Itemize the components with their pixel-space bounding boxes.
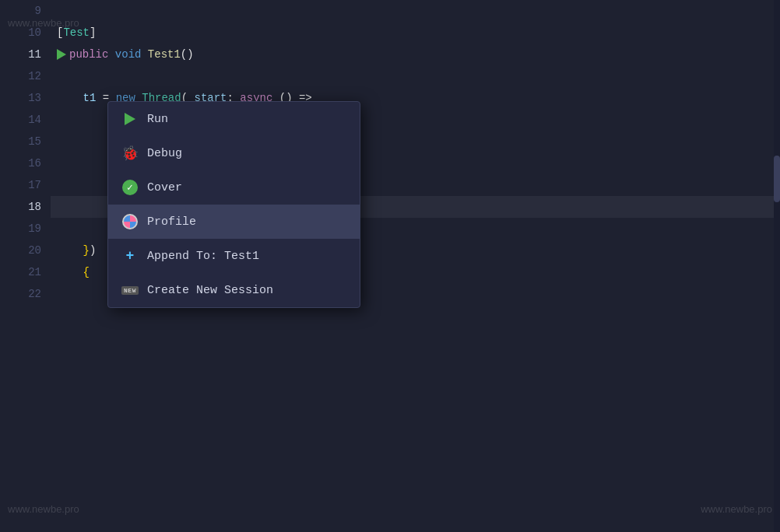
keyword-void: void [115,48,142,61]
method-test1: Test1 [148,48,181,61]
debug-bug-icon: 🐞 [121,145,139,162]
menu-item-append[interactable]: + Append To: Test1 [108,239,360,273]
cover-label: Cover [147,181,182,194]
menu-item-profile[interactable]: Profile [108,205,360,239]
profile-label: Profile [147,215,196,229]
line-16: 16 [28,152,41,174]
line-numbers: 9 10 11 12 13 14 15 16 17 18 19 20 21 22 [0,0,51,532]
newsession-icon: NEW [122,282,138,298]
keyword-public: public [69,48,108,61]
menu-item-newsession[interactable]: NEW Create New Session [108,273,360,307]
line-12: 12 [28,65,41,87]
append-icon: + [122,248,138,264]
line-11: 11 [28,44,41,65]
new-badge-icon: NEW [121,286,139,295]
scrollbar-thumb[interactable] [774,156,780,202]
menu-item-cover[interactable]: ✓ Cover [108,170,360,205]
debug-icon: 🐞 [122,145,138,161]
bracket-close: ] [90,26,96,39]
cover-check: ✓ [122,180,138,195]
scrollbar[interactable] [774,0,780,532]
line-9: 9 [35,0,41,22]
line-10: 10 [28,22,41,44]
run-icon [122,111,138,127]
line-18: 18 [28,196,41,218]
line-15: 15 [28,131,41,152]
menu-item-run[interactable]: Run [108,102,360,136]
plus-icon: + [126,249,135,263]
newsession-label: Create New Session [147,284,273,297]
line-20: 20 [28,240,41,261]
bracket-open: [ [57,26,63,39]
profile-icon [122,214,138,229]
line-17: 17 [28,174,41,196]
line-22: 22 [28,283,41,305]
append-label: Append To: Test1 [147,250,259,263]
context-menu: Run 🐞 Debug ✓ Cover Profile + Append To:… [107,101,360,308]
code-line-11: public void Test1() [51,44,780,65]
code-line-9 [51,0,780,22]
run-gutter-icon[interactable] [57,49,66,60]
code-line-12 [51,65,780,87]
cover-icon: ✓ [122,180,138,195]
code-line-10: [Test] [51,22,780,44]
debug-label: Debug [147,147,182,160]
attr-name: Test [63,26,90,39]
menu-item-debug[interactable]: 🐞 Debug [108,136,360,170]
line-19: 19 [28,218,41,240]
line-13: 13 [28,87,41,109]
line-21: 21 [28,261,41,283]
run-triangle [125,113,135,125]
run-label: Run [147,113,168,126]
profile-pie-icon [122,214,138,229]
line-14: 14 [28,109,41,131]
